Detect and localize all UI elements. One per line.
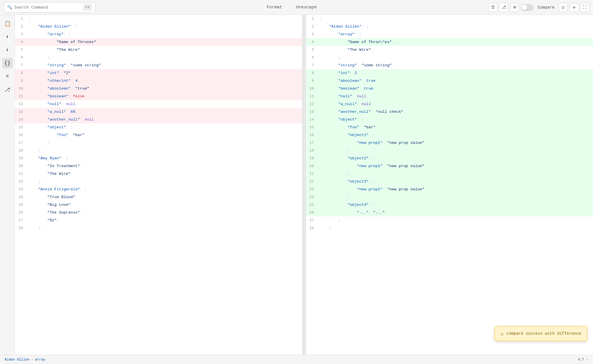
breadcrumb-item-1[interactable]: Aidan Gillen [5, 358, 29, 362]
line-content: "object3": { [319, 178, 593, 185]
line-number: 27 [306, 216, 319, 224]
sidebar-paste-icon[interactable]: 📋 [2, 18, 13, 29]
line-number: 9 [15, 77, 28, 85]
code-line: 23 "new prop1": "new prop value" [306, 185, 593, 193]
search-input[interactable] [14, 5, 81, 10]
code-line: 11 "null": null, [306, 92, 593, 100]
code-line: 12 "null": null, [15, 100, 302, 108]
line-number: 15 [15, 123, 28, 131]
line-number: 25 [15, 201, 28, 209]
code-line: 3 "array": [ [15, 30, 302, 38]
code-line: 24 }, [306, 193, 593, 201]
code-line: 28 ], [15, 224, 302, 232]
line-content: }, [28, 147, 302, 154]
code-line: 21 "The Wire" [15, 170, 302, 178]
sidebar-sort-icon[interactable]: ≡ [2, 71, 13, 82]
left-code-area[interactable]: 1{2 "Aidan Gillen": {3 "array": [4 "Game… [15, 15, 302, 355]
code-line: 5 "The Wire" [306, 46, 593, 54]
code-line: 9 "aboolean": true, [306, 77, 593, 85]
line-number: 6 [15, 54, 28, 61]
line-content: "foo": "bar" [28, 131, 302, 139]
code-line: 24 "True Blood", [15, 193, 302, 201]
line-content: "array": [ [319, 30, 593, 38]
search-bar[interactable]: 🔍 ⌘ K [3, 2, 95, 13]
line-number: 5 [306, 46, 319, 54]
align-icon-btn[interactable]: ◫ [559, 3, 568, 12]
line-content: { [28, 15, 302, 23]
code-line: 26 "The Sopranos", [15, 209, 302, 216]
compare-button[interactable]: Compare [535, 4, 557, 11]
toolbar-center: Format Unescape [98, 4, 486, 11]
line-number: 28 [15, 224, 28, 232]
code-line: 23 "Annie Fitzgerald": [ [15, 185, 302, 193]
line-number: 14 [15, 116, 28, 123]
line-number: 17 [15, 139, 28, 147]
code-line: 11 "boolean": false, [15, 92, 302, 100]
line-content: "...": "..." [319, 209, 593, 216]
share-icon-btn[interactable]: ⎇ [499, 3, 508, 12]
line-number: 5 [15, 46, 28, 54]
breadcrumb-item-2[interactable]: array [35, 358, 45, 362]
compare-toggle[interactable] [521, 4, 534, 11]
code-line: 27 "Oz", [15, 216, 302, 224]
toast-message: compare success with difference [507, 331, 581, 336]
code-line: 3 "array": [ [306, 30, 593, 38]
line-content: "boolean": false, [28, 92, 302, 100]
code-line: 19 "Amy Ryan": [ [15, 154, 302, 162]
line-number: 22 [306, 178, 319, 185]
right-code-area[interactable]: 1{2 "Aidan Gillen": {3 "array": [4 "Game… [306, 15, 593, 355]
fullscreen-icon-btn[interactable]: ⛶ [580, 3, 590, 12]
cursor-position: 4:7 [578, 358, 584, 362]
left-collapse-btn[interactable]: ‹ [586, 358, 588, 362]
code-line: 20 "In Treatment", [15, 162, 302, 170]
line-content: "True Blood", [28, 193, 302, 201]
line-content: "int": 2, [319, 69, 593, 77]
code-line: 16 "foo": "bar" [15, 131, 302, 139]
code-line: 12 "a_null": null, [306, 100, 593, 108]
code-line: 4 "Game of Thron\"es", [306, 38, 593, 46]
table-icon: ⊞ [513, 5, 516, 10]
toast-warning-icon: ⚠ [500, 330, 504, 337]
swap-icon-btn[interactable]: ⇄ [569, 3, 579, 12]
panel-divider[interactable]: ⋮ [303, 15, 306, 355]
menu-icon-btn[interactable]: ☰ [488, 3, 497, 12]
code-line: 14 "object": { [306, 116, 593, 123]
line-number: 1 [306, 15, 319, 23]
sidebar-share-icon[interactable]: ⎇ [2, 84, 13, 95]
line-number: 24 [306, 193, 319, 201]
line-content: "new prop1": "new prop value" [319, 139, 593, 147]
line-content: "Annie Fitzgerald": [ [28, 185, 302, 193]
code-line: 22 "object3": { [306, 178, 593, 185]
line-number: 21 [306, 170, 319, 178]
code-line: 18 }, [306, 147, 593, 154]
line-content: "object": { [28, 123, 302, 131]
code-line: 5 "The Wire" [15, 46, 302, 54]
line-content: "The Sopranos", [28, 209, 302, 216]
line-number: 13 [306, 108, 319, 116]
line-number: 18 [306, 147, 319, 154]
line-number: 26 [306, 209, 319, 216]
table-icon-btn[interactable]: ⊞ [510, 3, 519, 12]
code-line: 15 "foo": "bar", [306, 123, 593, 131]
line-content: "object2": { [319, 154, 593, 162]
line-content: "aboolean": true, [319, 77, 593, 85]
sidebar-upload-icon[interactable]: ⬆ [2, 32, 13, 42]
line-content: } [28, 139, 302, 147]
line-number: 12 [15, 100, 28, 108]
format-button[interactable]: Format [265, 4, 285, 11]
sidebar-download-icon[interactable]: ⬇ [2, 45, 13, 55]
line-number: 20 [306, 162, 319, 170]
code-line: 13 "another_null": "null check", [306, 108, 593, 116]
line-number: 16 [15, 131, 28, 139]
line-number: 6 [306, 54, 319, 61]
swap-icon: ⇄ [573, 5, 575, 10]
unescape-button[interactable]: Unescape [294, 4, 319, 11]
line-content: "Game of Thrones", [28, 38, 302, 46]
code-line: 2 "Aidan Gillen": { [306, 23, 593, 30]
line-content: ], [319, 54, 593, 61]
breadcrumb-separator: › [31, 358, 33, 362]
sidebar-braces-icon[interactable]: {} [2, 58, 13, 68]
line-content: "Oz", [28, 216, 302, 224]
line-number: 3 [15, 30, 28, 38]
line-content: "In Treatment", [28, 162, 302, 170]
